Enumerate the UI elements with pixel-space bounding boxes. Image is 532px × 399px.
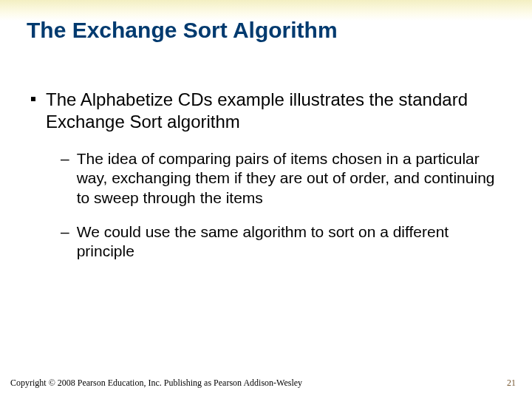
bullet-item: The Alphabetize CDs example illustrates … — [27, 89, 505, 133]
sub-bullet-text: We could use the same algorithm to sort … — [77, 222, 505, 262]
dash-icon: – — [61, 149, 69, 168]
slide-title: The Exchange Sort Algorithm — [27, 18, 338, 43]
sub-bullet-item: – The idea of comparing pairs of items c… — [61, 149, 505, 208]
page-number: 21 — [507, 378, 516, 389]
bullet-text: The Alphabetize CDs example illustrates … — [46, 89, 505, 133]
bullet-icon — [31, 97, 35, 101]
slide-body: The Alphabetize CDs example illustrates … — [27, 89, 505, 276]
sub-bullet-item: – We could use the same algorithm to sor… — [61, 222, 505, 262]
sub-bullet-text: The idea of comparing pairs of items cho… — [77, 149, 505, 208]
dash-icon: – — [61, 222, 69, 242]
copyright-footer: Copyright © 2008 Pearson Education, Inc.… — [10, 378, 302, 389]
slide: The Exchange Sort Algorithm The Alphabet… — [0, 0, 532, 399]
